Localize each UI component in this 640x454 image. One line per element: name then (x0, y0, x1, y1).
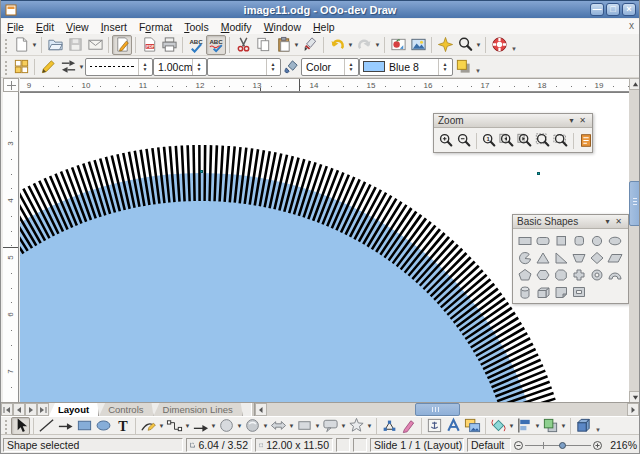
basic-shapes-button[interactable] (217, 417, 236, 435)
scroll-left-icon[interactable] (255, 403, 267, 416)
minimize-button[interactable]: — (590, 3, 604, 16)
zoom-palette-titlebar[interactable]: Zoom ▾ ✕ (434, 114, 592, 128)
menu-format[interactable]: Format (133, 20, 178, 34)
spinner-icon[interactable]: ▲▼ (438, 59, 451, 75)
rotate-button[interactable] (489, 417, 508, 435)
callouts-button[interactable] (321, 417, 340, 435)
save-button[interactable] (65, 35, 85, 55)
arrow-style-dropdown-icon[interactable]: ▼ (78, 57, 85, 77)
zoom-out-slider-icon[interactable] (514, 441, 523, 450)
connector-dropdown-icon[interactable]: ▼ (184, 416, 191, 436)
tab-layout[interactable]: Layout (49, 403, 99, 416)
zoom-slider-thumb[interactable] (559, 442, 566, 449)
navigator-button[interactable] (435, 35, 455, 55)
next-page-icon[interactable] (25, 403, 37, 416)
menu-tools[interactable]: Tools (178, 20, 215, 34)
format-paintbrush-button[interactable] (300, 35, 320, 55)
fill-color-select[interactable]: Blue 8▲▼ (359, 58, 453, 76)
styles-grid-button[interactable] (11, 57, 31, 77)
tab-controls[interactable]: Controls (99, 403, 153, 416)
redo-button[interactable] (354, 35, 374, 55)
copy-button[interactable] (253, 35, 273, 55)
shape-round-square[interactable] (570, 232, 588, 249)
lines-arrows-dropdown-icon[interactable]: ▼ (210, 416, 217, 436)
toolbar-grip[interactable] (3, 418, 8, 434)
cut-button[interactable] (233, 35, 253, 55)
spinner-icon[interactable]: ▲▼ (138, 59, 151, 75)
callouts-dropdown-icon[interactable]: ▼ (340, 416, 347, 436)
menu-edit[interactable]: Edit (30, 20, 60, 34)
help-button[interactable] (489, 35, 509, 55)
fill-type-select[interactable]: Color▲▼ (301, 58, 359, 76)
toolbar-overflow-icon[interactable]: ▼ (593, 416, 603, 436)
close-button[interactable]: × (622, 3, 636, 16)
tab-dimension-lines[interactable]: Dimension Lines (154, 403, 243, 416)
block-arrows-button[interactable] (269, 417, 288, 435)
insert-button[interactable] (425, 417, 444, 435)
menu-insert[interactable]: Insert (95, 20, 133, 34)
print-button[interactable] (159, 35, 179, 55)
title-bar[interactable]: image11.odg - OOo-dev Draw — □ × (1, 0, 639, 18)
prev-page-icon[interactable] (13, 403, 25, 416)
arrow-button[interactable] (56, 417, 75, 435)
vertical-scrollbar[interactable] (629, 78, 640, 403)
align-dropdown-icon[interactable]: ▼ (534, 416, 541, 436)
curve-dropdown-icon[interactable]: ▼ (158, 416, 165, 436)
align-button[interactable] (515, 417, 534, 435)
shapes-palette-titlebar[interactable]: Basic Shapes ▾ ✕ (513, 215, 628, 229)
drawing-canvas[interactable]: Zoom ▾ ✕ 1 Basic Shapes ▾ ✕ (20, 92, 629, 402)
shape-cube[interactable] (534, 283, 552, 300)
stars-dropdown-icon[interactable]: ▼ (366, 416, 373, 436)
spinner-icon[interactable]: ▲▼ (344, 59, 357, 75)
export-pdf-button[interactable]: PDF (139, 35, 159, 55)
line-style-select[interactable]: ▲▼ (85, 58, 153, 76)
lines-arrows-button[interactable] (191, 417, 210, 435)
shape-round-rect[interactable] (534, 232, 552, 249)
toolbar-grip[interactable] (3, 59, 8, 75)
selection-handle-top-center[interactable] (200, 170, 203, 173)
menu-file[interactable]: File (1, 20, 30, 34)
shape-ellipse[interactable] (606, 232, 624, 249)
open-button[interactable] (45, 35, 65, 55)
extrusion-button[interactable] (574, 417, 593, 435)
horizontal-scroll-thumb[interactable] (415, 403, 460, 416)
ellipse-button[interactable] (94, 417, 113, 435)
stars-button[interactable] (347, 417, 366, 435)
toolbar-overflow-icon[interactable]: ▼ (473, 57, 483, 77)
line-width-input[interactable]: 1.00cm▲▼ (153, 58, 207, 76)
shape-ring[interactable] (588, 266, 606, 283)
toolbar-overflow-icon[interactable]: ▼ (509, 35, 519, 55)
shape-trapezoid[interactable] (570, 249, 588, 266)
zoom-in-button[interactable] (437, 131, 455, 150)
edit-file-button[interactable] (112, 35, 132, 55)
rectangle-button[interactable] (75, 417, 94, 435)
flowchart-button[interactable] (295, 417, 314, 435)
arrow-style-button[interactable] (58, 57, 78, 77)
shape-hexagon[interactable] (534, 266, 552, 283)
selection-handle-top-right[interactable] (537, 172, 540, 175)
shape-square[interactable] (552, 232, 570, 249)
shape-rect[interactable] (516, 232, 534, 249)
block-arrows-dropdown-icon[interactable]: ▼ (288, 416, 295, 436)
zoom-in-slider-icon[interactable] (593, 441, 602, 450)
paste-dropdown-icon[interactable]: ▼ (293, 35, 300, 55)
rotate-dropdown-icon[interactable]: ▼ (508, 416, 515, 436)
maximize-button[interactable]: □ (606, 3, 620, 16)
redo-dropdown-icon[interactable]: ▼ (374, 35, 381, 55)
glue-points-button[interactable] (399, 417, 418, 435)
symbol-shapes-button[interactable] (243, 417, 262, 435)
basic-shapes-dropdown-icon[interactable]: ▼ (236, 416, 243, 436)
arrange-dropdown-icon[interactable]: ▼ (560, 416, 567, 436)
toolbar-grip[interactable] (3, 37, 8, 53)
spinner-icon[interactable]: ▲▼ (266, 59, 279, 75)
scroll-up-icon[interactable] (629, 78, 640, 90)
email-button[interactable] (85, 35, 105, 55)
zoom-object-button[interactable] (577, 131, 595, 150)
close-document-icon[interactable]: x (629, 20, 634, 31)
insert-image-button[interactable] (408, 35, 428, 55)
edit-points-button[interactable] (380, 417, 399, 435)
new-doc-dropdown-icon[interactable]: ▼ (31, 35, 38, 55)
spinner-icon[interactable]: ▲▼ (192, 59, 205, 75)
fontwork-button[interactable] (444, 417, 463, 435)
curve-button[interactable] (139, 417, 158, 435)
